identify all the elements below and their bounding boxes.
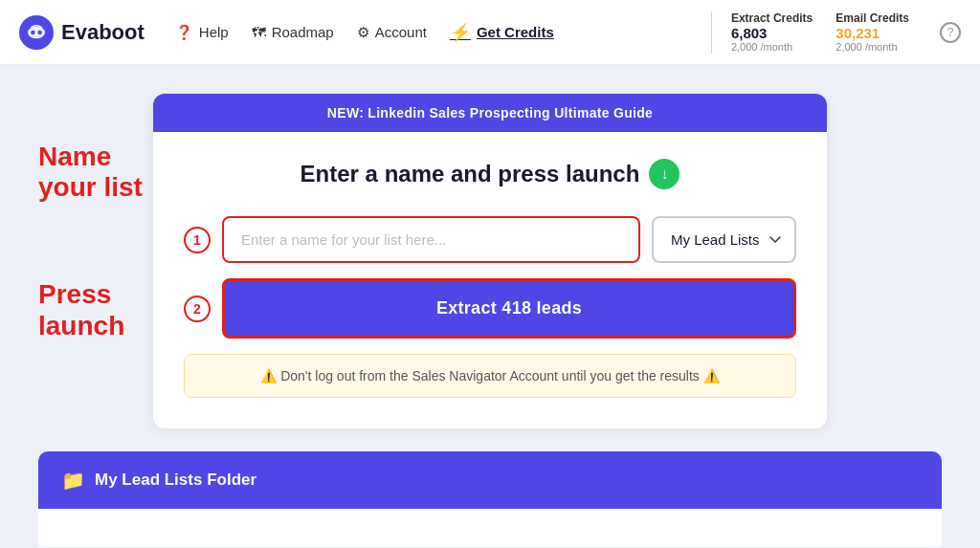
- nav-account[interactable]: ⚙ Account: [357, 24, 427, 41]
- bolt-icon: ⚡: [450, 22, 471, 43]
- email-credits-label: Email Credits: [835, 11, 909, 25]
- account-icon: ⚙: [357, 24, 369, 41]
- folder-title: My Lead Lists Folder: [95, 471, 256, 490]
- left-labels: Nameyour list Presslaunch: [38, 142, 143, 341]
- help-circle-icon[interactable]: ?: [940, 22, 961, 43]
- svg-point-3: [37, 30, 42, 34]
- nav: ❓ Help 🗺 Roadmap ⚙ Account ⚡ Get Credits: [175, 22, 692, 43]
- list-name-input[interactable]: [222, 216, 640, 263]
- step1-badge: 1: [184, 227, 211, 253]
- press-launch-label: Presslaunch: [38, 279, 143, 340]
- name-your-list-label: Nameyour list: [38, 142, 143, 203]
- svg-point-2: [31, 30, 35, 34]
- card-body: Enter a name and press launch ↓ 1 My Lea…: [153, 132, 827, 428]
- help-icon: ❓: [175, 24, 193, 41]
- evaboot-logo-icon: [19, 15, 54, 50]
- green-arrow-icon: ↓: [649, 159, 679, 189]
- extract-credits-block: Extract Credits 6,803 2,000 /month: [731, 11, 813, 53]
- warning-text: ⚠️ Don't log out from the Sales Navigato…: [260, 368, 719, 384]
- card-title-row: Enter a name and press launch ↓: [184, 159, 796, 189]
- card-title: Enter a name and press launch: [301, 161, 640, 187]
- header: Evaboot ❓ Help 🗺 Roadmap ⚙ Account ⚡ Get…: [0, 0, 980, 65]
- email-credits-sub: 2,000 /month: [835, 41, 909, 53]
- extract-credits-sub: 2,000 /month: [731, 41, 813, 53]
- nav-help[interactable]: ❓ Help: [175, 24, 229, 41]
- roadmap-icon: 🗺: [252, 24, 266, 40]
- folder-section[interactable]: 📁 My Lead Lists Folder: [38, 451, 942, 509]
- input-group: My Lead Lists All Lists: [222, 216, 796, 263]
- folder-icon: 📁: [61, 469, 85, 492]
- extract-button[interactable]: Extract 418 leads: [222, 278, 796, 339]
- nav-roadmap[interactable]: 🗺 Roadmap: [252, 24, 334, 40]
- main-card: NEW: Linkedin Sales Prospecting Ultimate…: [153, 94, 827, 428]
- card-banner[interactable]: NEW: Linkedin Sales Prospecting Ultimate…: [153, 94, 827, 132]
- step1-row: 1 My Lead Lists All Lists: [184, 216, 796, 263]
- step2-row: 2 Extract 418 leads: [184, 278, 796, 339]
- svg-point-1: [28, 26, 45, 38]
- credits-area: Extract Credits 6,803 2,000 /month Email…: [731, 11, 961, 53]
- extract-credits-value: 6,803: [731, 25, 813, 41]
- step2-badge: 2: [184, 296, 211, 322]
- header-divider: [711, 11, 712, 54]
- email-credits-value: 30,231: [835, 25, 909, 41]
- folder-content: [38, 509, 942, 547]
- email-credits-block: Email Credits 30,231 2,000 /month: [835, 11, 909, 53]
- extract-credits-label: Extract Credits: [731, 11, 813, 25]
- logo-text: Evaboot: [61, 20, 145, 45]
- warning-box: ⚠️ Don't log out from the Sales Navigato…: [184, 354, 796, 398]
- logo[interactable]: Evaboot: [19, 15, 145, 50]
- nav-get-credits[interactable]: ⚡ Get Credits: [450, 22, 554, 43]
- lead-lists-select[interactable]: My Lead Lists All Lists: [652, 216, 796, 263]
